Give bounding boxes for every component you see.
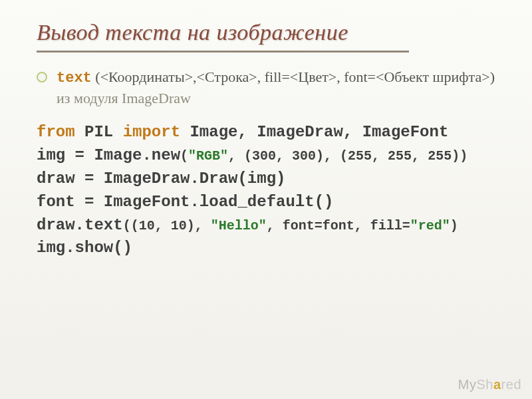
code-line-3: draw = ImageDraw.Draw(img) [37,168,495,191]
string-literal: "Hello" [211,218,267,233]
code-text: draw.text [37,216,123,234]
code-line-5: draw.text((10, 10), "Hello", font=font, … [37,214,495,237]
string-literal: "RGB" [188,148,228,164]
title-underline [37,51,409,53]
code-line-1: from PIL import Image, ImageDraw, ImageF… [37,121,495,144]
code-text: PIL [75,123,123,141]
code-line-2: img = Image.new("RGB", (300, 300), (255,… [37,144,495,168]
slide: Вывод текста на изображение text (<Коорд… [0,0,532,399]
function-args: (<Координаты>,<Строка>, fill=<Цвет>, fon… [92,68,495,85]
code-line-6: img.show() [37,237,495,260]
code-text: , font=font, fill= [267,218,410,233]
code-text: img.show() [37,239,132,257]
bullet-icon [37,72,47,82]
watermark-part: Sh [477,377,493,392]
keyword-from: from [37,123,75,141]
code-line-4: font = ImageFont.load_default() [37,191,495,214]
slide-title: Вывод текста на изображение [37,20,495,45]
bullet-text: text (<Координаты>,<Строка>, fill=<Цвет>… [57,67,495,108]
code-text: ( [180,148,188,164]
function-name: text [57,70,92,86]
code-text: Image, ImageDraw, ImageFont [180,123,448,141]
function-tail: из модуля ImageDraw [57,90,191,106]
code-text: draw = ImageDraw.Draw(img) [37,170,285,188]
code-text: , (300, 300), (255, 255, 255)) [228,148,467,164]
code-text: ) [450,218,458,233]
watermark-part: red [501,377,521,392]
code-text: img = Image.new [37,146,180,164]
watermark: MyShared [458,377,521,392]
code-block: from PIL import Image, ImageDraw, ImageF… [37,121,495,260]
bullet-item: text (<Координаты>,<Строка>, fill=<Цвет>… [37,67,495,108]
code-text: ((10, 10), [123,218,211,233]
string-literal: "red" [410,218,450,233]
watermark-part: a [493,377,501,392]
watermark-part: My [458,377,477,392]
code-text: font = ImageFont.load_default() [37,193,333,211]
keyword-import: import [123,123,180,141]
